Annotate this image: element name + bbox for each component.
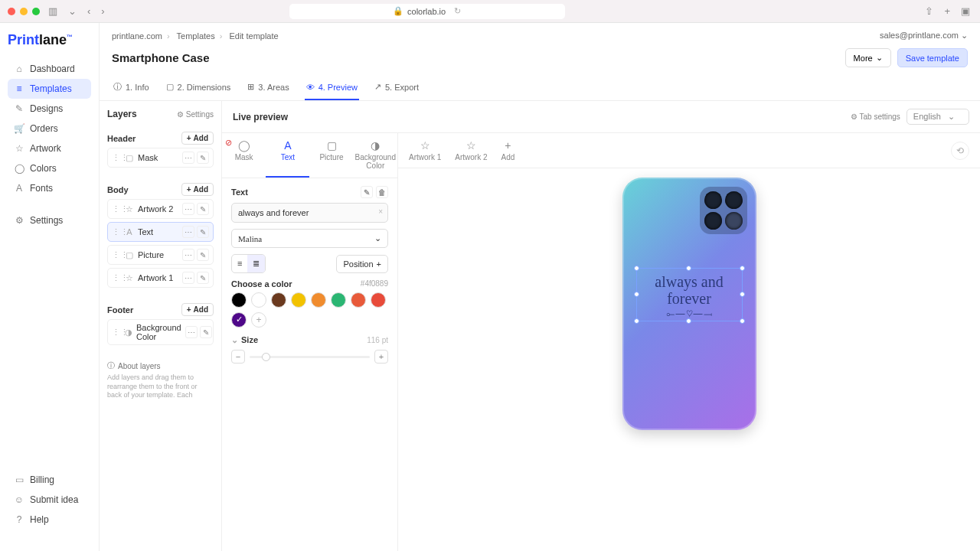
resize-handle[interactable] bbox=[634, 318, 639, 324]
position-button[interactable]: Position + bbox=[336, 255, 388, 273]
maximize-window-icon[interactable] bbox=[32, 8, 40, 15]
resize-handle[interactable] bbox=[634, 292, 639, 297]
share-icon[interactable]: ⇧ bbox=[923, 5, 936, 17]
edit-icon[interactable]: ✎ bbox=[197, 249, 209, 261]
layer-item-text[interactable]: ⋮⋮AText⋯✎ bbox=[107, 222, 214, 242]
close-window-icon[interactable] bbox=[8, 8, 15, 15]
layers-settings-link[interactable]: ⚙ Settings bbox=[177, 110, 214, 119]
add-layer-button[interactable]: + Add bbox=[181, 183, 214, 196]
slider-thumb[interactable] bbox=[262, 353, 270, 361]
drag-handle-icon[interactable]: ⋮⋮ bbox=[112, 273, 121, 283]
url-bar[interactable]: 🔒 colorlab.io ↻ bbox=[289, 4, 565, 19]
layer-item-mask[interactable]: ⋮⋮▢Mask⋯✎ bbox=[107, 148, 214, 168]
more-icon[interactable]: ⋯ bbox=[182, 249, 194, 261]
more-button[interactable]: More ⌄ bbox=[845, 48, 891, 67]
resize-handle[interactable] bbox=[686, 318, 691, 324]
preview-canvas[interactable]: always and forever ⟜―♡―⟞ bbox=[398, 168, 980, 551]
drag-handle-icon[interactable]: ⋮⋮ bbox=[112, 250, 121, 260]
color-swatch[interactable] bbox=[351, 292, 366, 308]
tab-preview[interactable]: 👁4. Preview bbox=[305, 75, 359, 100]
user-email[interactable]: sales@printlane.com ⌄ bbox=[880, 31, 968, 41]
sidebar-item-templates[interactable]: ≡Templates bbox=[8, 79, 91, 99]
add-layer-button[interactable]: + Add bbox=[181, 132, 214, 145]
text-selection-box[interactable]: always and forever ⟜―♡―⟞ bbox=[636, 268, 743, 321]
drag-handle-icon[interactable]: ⋮⋮ bbox=[112, 328, 121, 337]
tab-info[interactable]: ⓘ1. Info bbox=[112, 75, 151, 100]
tool-tab-picture[interactable]: ▢Picture bbox=[309, 133, 353, 178]
resize-handle[interactable] bbox=[740, 266, 745, 271]
sidebar-item-fonts[interactable]: AFonts bbox=[8, 178, 91, 198]
layer-item-bgcolor[interactable]: ⋮⋮◑Background Color⋯✎ bbox=[107, 319, 214, 345]
color-swatch-selected[interactable] bbox=[231, 312, 247, 328]
forward-icon[interactable]: › bbox=[99, 5, 106, 17]
tab-artwork1[interactable]: ☆Artwork 1 bbox=[409, 139, 441, 161]
font-select[interactable]: Malina ⌄ bbox=[231, 229, 388, 248]
sidebar-toggle-icon[interactable]: ▥ bbox=[46, 5, 60, 17]
sidebar-item-designs[interactable]: ✎Designs bbox=[8, 99, 91, 119]
minimize-window-icon[interactable] bbox=[20, 8, 28, 15]
add-color-button[interactable]: + bbox=[251, 312, 266, 328]
breadcrumb-item[interactable]: Templates bbox=[177, 31, 215, 41]
tool-tab-text[interactable]: AText bbox=[266, 133, 309, 178]
layer-item-artwork2[interactable]: ⋮⋮☆Artwork 2⋯✎ bbox=[107, 199, 214, 219]
sidebar-item-help[interactable]: ?Help bbox=[8, 510, 91, 530]
save-template-button[interactable]: Save template bbox=[897, 48, 968, 67]
resize-handle[interactable] bbox=[686, 266, 691, 271]
tab-artwork2[interactable]: ☆Artwork 2 bbox=[455, 139, 487, 161]
tab-dimensions[interactable]: ▢2. Dimensions bbox=[165, 75, 233, 100]
color-swatch[interactable] bbox=[251, 292, 266, 308]
more-icon[interactable]: ⋯ bbox=[182, 152, 194, 164]
back-icon[interactable]: ‹ bbox=[85, 5, 93, 17]
chevron-down-icon[interactable]: ⌄ bbox=[66, 5, 79, 17]
drag-handle-icon[interactable]: ⋮⋮ bbox=[112, 227, 121, 237]
resize-handle[interactable] bbox=[634, 266, 639, 271]
resize-handle[interactable] bbox=[740, 318, 745, 324]
more-icon[interactable]: ⋯ bbox=[182, 272, 194, 284]
trash-icon[interactable]: 🗑 bbox=[376, 186, 388, 198]
size-increase-button[interactable]: + bbox=[374, 350, 388, 364]
tool-tab-bgcolor[interactable]: ◑Background Color bbox=[354, 133, 397, 178]
tab-areas[interactable]: ⊞3. Areas bbox=[246, 75, 290, 100]
color-swatch[interactable] bbox=[231, 292, 247, 308]
new-tab-icon[interactable]: + bbox=[942, 5, 952, 17]
size-decrease-button[interactable]: − bbox=[231, 350, 245, 364]
sidebar-item-dashboard[interactable]: ⌂Dashboard bbox=[8, 59, 91, 79]
sidebar-item-submit-idea[interactable]: ☺Submit idea bbox=[8, 490, 91, 510]
zoom-reset-button[interactable]: ⟲ bbox=[951, 142, 969, 160]
align-left-button[interactable]: ≡ bbox=[232, 255, 247, 272]
drag-handle-icon[interactable]: ⋮⋮ bbox=[112, 204, 121, 214]
tab-add[interactable]: +Add bbox=[501, 139, 514, 161]
chevron-down-icon[interactable]: ⌄ bbox=[231, 335, 238, 344]
add-layer-button[interactable]: + Add bbox=[181, 303, 214, 316]
breadcrumb-item[interactable]: printlane.com bbox=[112, 31, 162, 41]
resize-handle[interactable] bbox=[740, 292, 745, 297]
layer-item-picture[interactable]: ⋮⋮▢Picture⋯✎ bbox=[107, 245, 214, 265]
more-icon[interactable]: ⋯ bbox=[185, 326, 198, 338]
drag-handle-icon[interactable]: ⋮⋮ bbox=[112, 153, 121, 163]
color-swatch[interactable] bbox=[271, 292, 286, 308]
language-select[interactable]: English ⌄ bbox=[906, 109, 969, 125]
layer-item-artwork1[interactable]: ⋮⋮☆Artwork 1⋯✎ bbox=[107, 268, 214, 288]
sidebar-item-settings[interactable]: ⚙Settings bbox=[8, 210, 91, 230]
refresh-icon[interactable]: ↻ bbox=[454, 6, 461, 16]
more-icon[interactable]: ⋯ bbox=[182, 203, 194, 215]
color-swatch[interactable] bbox=[371, 292, 386, 308]
tab-settings-link[interactable]: ⚙ Tab settings bbox=[851, 112, 900, 121]
edit-icon[interactable]: ✎ bbox=[197, 226, 209, 238]
color-swatch[interactable] bbox=[291, 292, 306, 308]
edit-icon[interactable]: ✎ bbox=[197, 203, 209, 215]
sidebar-item-colors[interactable]: ◯Colors bbox=[8, 158, 91, 178]
tabs-icon[interactable]: ▣ bbox=[959, 5, 972, 17]
edit-icon[interactable]: ✎ bbox=[197, 152, 209, 164]
edit-icon[interactable]: ✎ bbox=[197, 272, 209, 284]
align-center-button[interactable]: ≣ bbox=[247, 255, 265, 272]
sidebar-item-billing[interactable]: ▭Billing bbox=[8, 470, 91, 490]
edit-icon[interactable]: ✎ bbox=[361, 186, 373, 198]
edit-icon[interactable]: ✎ bbox=[200, 326, 212, 338]
clear-text-icon[interactable]: × bbox=[378, 207, 383, 216]
slider-track[interactable] bbox=[250, 356, 370, 358]
sidebar-item-artwork[interactable]: ☆Artwork bbox=[8, 139, 91, 158]
hide-icon[interactable]: ⊘ bbox=[225, 138, 232, 148]
text-input[interactable]: always and forever × bbox=[231, 203, 388, 223]
tab-export[interactable]: ↗5. Export bbox=[373, 75, 420, 100]
